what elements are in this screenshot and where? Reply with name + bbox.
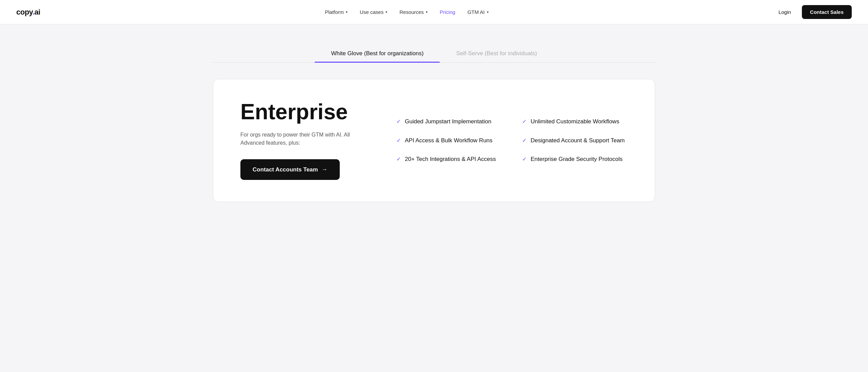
- tab-self-serve[interactable]: Self-Serve (Best for individuals): [440, 45, 553, 62]
- nav-label-pricing: Pricing: [440, 9, 455, 15]
- contact-accounts-button[interactable]: Contact Accounts Team →: [240, 159, 340, 180]
- feature-item-integrations: ✓ 20+ Tech Integrations & API Access: [396, 155, 502, 163]
- contact-sales-button[interactable]: Contact Sales: [802, 5, 852, 19]
- nav-item-resources[interactable]: Resources ▾: [395, 6, 432, 18]
- navbar-actions: Login Contact Sales: [773, 5, 852, 19]
- check-icon: ✓: [522, 137, 527, 144]
- nav-item-platform[interactable]: Platform ▾: [320, 6, 352, 18]
- feature-text-jumpstart: Guided Jumpstart Implementation: [405, 118, 491, 126]
- features-grid: ✓ Guided Jumpstart Implementation ✓ Unli…: [396, 118, 628, 163]
- enterprise-left-section: Enterprise For orgs ready to power their…: [240, 101, 369, 180]
- nav-item-pricing[interactable]: Pricing: [435, 6, 460, 18]
- feature-text-security: Enterprise Grade Security Protocols: [531, 155, 623, 163]
- nav-label-resources: Resources: [399, 9, 424, 15]
- check-icon: ✓: [396, 118, 401, 125]
- nav-menu: Platform ▾ Use cases ▾ Resources ▾ Prici…: [320, 6, 493, 18]
- nav-label-usecases: Use cases: [360, 9, 383, 15]
- feature-item-workflows: ✓ Unlimited Customizable Workflows: [522, 118, 628, 126]
- chevron-down-icon: ▾: [426, 10, 428, 14]
- feature-text-workflows: Unlimited Customizable Workflows: [531, 118, 619, 126]
- tab-self-serve-label: Self-Serve (Best for individuals): [456, 50, 537, 57]
- check-icon: ✓: [396, 156, 401, 162]
- main-content: White Glove (Best for organizations) Sel…: [197, 24, 671, 229]
- nav-label-gtmai: GTM AI: [468, 9, 485, 15]
- check-icon: ✓: [396, 137, 401, 144]
- nav-label-platform: Platform: [325, 9, 344, 15]
- feature-text-api-bulk: API Access & Bulk Workflow Runs: [405, 137, 493, 145]
- chevron-down-icon: ▾: [487, 10, 489, 14]
- feature-item-api-bulk: ✓ API Access & Bulk Workflow Runs: [396, 137, 502, 145]
- feature-item-jumpstart: ✓ Guided Jumpstart Implementation: [396, 118, 502, 126]
- tab-white-glove-label: White Glove (Best for organizations): [331, 50, 423, 57]
- enterprise-card: Enterprise For orgs ready to power their…: [213, 79, 655, 202]
- check-icon: ✓: [522, 118, 527, 125]
- arrow-right-icon: →: [321, 166, 328, 173]
- nav-item-gtmai[interactable]: GTM AI ▾: [463, 6, 493, 18]
- nav-item-usecases[interactable]: Use cases ▾: [355, 6, 392, 18]
- feature-text-support-team: Designated Account & Support Team: [531, 137, 625, 145]
- feature-text-integrations: 20+ Tech Integrations & API Access: [405, 155, 496, 163]
- check-icon: ✓: [522, 156, 527, 162]
- chevron-down-icon: ▾: [346, 10, 348, 14]
- contact-accounts-label: Contact Accounts Team: [253, 166, 318, 173]
- logo[interactable]: copy.ai: [16, 8, 40, 17]
- chevron-down-icon: ▾: [386, 10, 387, 14]
- tab-white-glove[interactable]: White Glove (Best for organizations): [315, 45, 440, 62]
- feature-item-support-team: ✓ Designated Account & Support Team: [522, 137, 628, 145]
- feature-item-security: ✓ Enterprise Grade Security Protocols: [522, 155, 628, 163]
- navbar: copy.ai Platform ▾ Use cases ▾ Resources…: [0, 0, 868, 24]
- enterprise-title: Enterprise: [240, 101, 369, 123]
- login-button[interactable]: Login: [773, 6, 796, 18]
- enterprise-description: For orgs ready to power their GTM with A…: [240, 131, 369, 147]
- pricing-tabs: White Glove (Best for organizations) Sel…: [213, 45, 655, 63]
